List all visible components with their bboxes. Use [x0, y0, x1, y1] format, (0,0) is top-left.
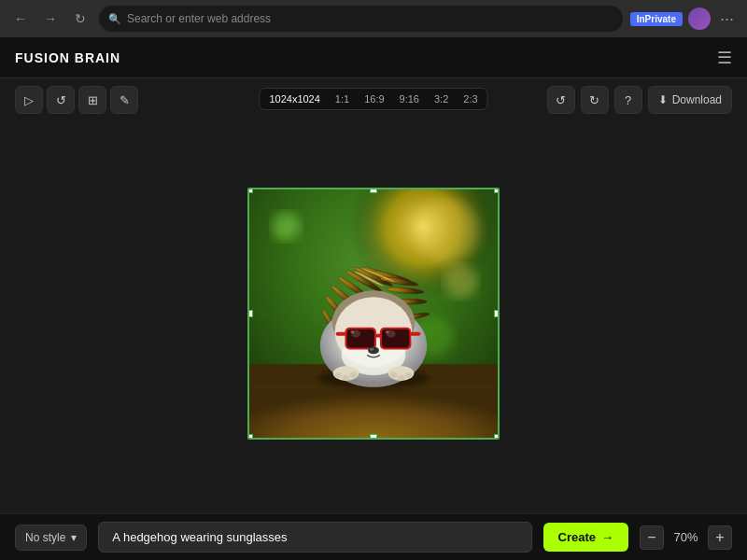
zoom-controls: − 70% +: [640, 525, 732, 550]
back-button[interactable]: ←: [9, 7, 32, 30]
image-tool[interactable]: ⊞: [78, 86, 106, 114]
svg-point-44: [386, 330, 389, 333]
svg-point-51: [349, 372, 357, 378]
aspect-ratio-bar: 1024x1024 1:1 16:9 9:16 3:2 2:3: [259, 88, 487, 110]
style-arrow-icon: ▾: [71, 531, 77, 544]
download-button[interactable]: ⬇ Download: [648, 86, 732, 114]
forward-button[interactable]: →: [39, 7, 62, 30]
svg-rect-40: [409, 332, 420, 336]
svg-point-46: [370, 348, 374, 351]
app-logo: FUSION BRAIN: [15, 50, 120, 65]
svg-point-54: [404, 372, 412, 378]
svg-point-5: [256, 295, 292, 331]
download-icon: ⬇: [658, 93, 668, 106]
hamburger-menu[interactable]: ☰: [717, 48, 732, 68]
svg-point-45: [368, 346, 379, 354]
svg-point-7: [273, 213, 301, 241]
svg-point-43: [350, 330, 354, 333]
svg-point-50: [343, 375, 350, 381]
avatar[interactable]: [688, 7, 711, 30]
create-label: Create: [558, 530, 596, 544]
browser-right-controls: InPrivate ···: [630, 7, 738, 30]
zoom-out-button[interactable]: −: [640, 525, 664, 550]
prompt-input[interactable]: [98, 522, 531, 553]
handle-middle-right[interactable]: [494, 310, 500, 317]
handle-middle-left[interactable]: [247, 310, 253, 317]
toolbar-row: ▷ ↺ ⊞ ✎ 1024x1024 1:1 16:9 9:16 3:2 2:3 …: [0, 78, 747, 114]
svg-point-52: [390, 372, 398, 378]
style-selector[interactable]: No style ▾: [15, 525, 87, 551]
style-label: No style: [25, 531, 65, 544]
aspect-1-1[interactable]: 1:1: [331, 91, 353, 106]
browser-menu-button[interactable]: ···: [716, 9, 738, 29]
canvas-area: [0, 114, 747, 513]
handle-top-middle[interactable]: [370, 188, 377, 193]
aspect-9-16[interactable]: 9:16: [396, 91, 423, 106]
svg-point-6: [444, 265, 477, 298]
pointer-tool[interactable]: ▷: [15, 86, 43, 114]
aspect-2-3[interactable]: 2:3: [459, 91, 481, 106]
svg-rect-39: [336, 332, 347, 336]
info-button[interactable]: ?: [614, 86, 642, 114]
rotate-tool[interactable]: ↺: [47, 86, 75, 114]
handle-bottom-left[interactable]: [247, 434, 253, 440]
undo-button[interactable]: ↺: [547, 86, 575, 114]
zoom-in-button[interactable]: +: [708, 525, 732, 550]
search-icon: 🔍: [108, 13, 121, 25]
main-content: ▷ ↺ ⊞ ✎ 1024x1024 1:1 16:9 9:16 3:2 2:3 …: [0, 78, 747, 513]
pencil-tool[interactable]: ✎: [110, 86, 138, 114]
app-header: FUSION BRAIN ☰: [0, 37, 747, 78]
handle-bottom-middle[interactable]: [370, 434, 377, 440]
address-text: Search or enter web address: [127, 12, 271, 25]
bottom-bar: No style ▾ Create → − 70% +: [0, 513, 747, 560]
svg-point-49: [335, 372, 343, 378]
address-bar[interactable]: 🔍 Search or enter web address: [99, 6, 623, 32]
handle-top-left[interactable]: [247, 188, 253, 193]
left-toolbar: ▷ ↺ ⊞ ✎: [15, 86, 138, 114]
handle-bottom-right[interactable]: [494, 434, 500, 440]
zoom-value: 70%: [669, 530, 702, 544]
hedgehog-illustration: [249, 189, 498, 438]
aspect-1024[interactable]: 1024x1024: [265, 91, 323, 106]
download-label: Download: [672, 93, 722, 106]
refresh-button[interactable]: ↻: [69, 7, 92, 30]
create-arrow-icon: →: [601, 530, 613, 544]
aspect-16-9[interactable]: 16:9: [360, 91, 388, 106]
svg-rect-38: [374, 334, 382, 338]
inprivate-badge: InPrivate: [630, 12, 683, 26]
right-toolbar: ↺ ↻ ? ⬇ Download: [547, 86, 732, 114]
browser-chrome: ← → ↻ 🔍 Search or enter web address InPr…: [0, 0, 747, 37]
svg-point-53: [398, 375, 405, 381]
handle-top-right[interactable]: [494, 188, 500, 193]
create-button[interactable]: Create →: [543, 523, 628, 552]
redo-button[interactable]: ↻: [581, 86, 609, 114]
image-canvas[interactable]: [247, 188, 500, 440]
svg-point-55: [415, 199, 479, 263]
aspect-3-2[interactable]: 3:2: [430, 91, 452, 106]
